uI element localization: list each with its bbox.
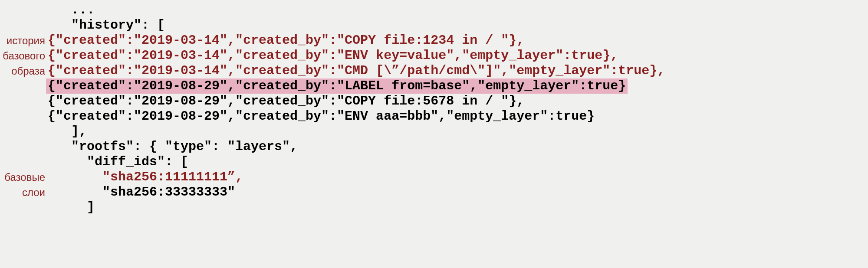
code-line: ]	[0, 200, 868, 215]
code-line-base-history: {"created":"2019-03-14","created_by":"CO…	[0, 33, 868, 48]
annotation-history-1: история	[2, 33, 45, 48]
code-line-highlight-wrap: {"created":"2019-08-29","created_by":"LA…	[0, 78, 868, 94]
code-line: "diff_ids": [	[0, 154, 868, 170]
code-line-base-history: {"created":"2019-03-14","created_by":"CM…	[0, 63, 868, 78]
annotation-history-3: образа	[2, 63, 45, 78]
code-line: {"created":"2019-08-29","created_by":"EN…	[0, 109, 868, 124]
code-line-base-history: {"created":"2019-03-14","created_by":"EN…	[0, 48, 868, 63]
annotation-history-2: базового	[2, 48, 45, 63]
code-line-base-layer: "sha256:11111111”,	[0, 170, 868, 185]
code-line: ],	[0, 124, 868, 139]
annotation-layers-1: базовые	[2, 170, 45, 185]
code-line: "rootfs": { "type": "layers",	[0, 139, 868, 154]
code-line-highlighted: {"created":"2019-08-29","created_by":"LA…	[46, 78, 628, 94]
code-line: "history": [	[0, 18, 868, 33]
code-line: {"created":"2019-08-29","created_by":"CO…	[0, 94, 868, 109]
code-line: "sha256:33333333"	[0, 185, 868, 200]
code-line: ...	[0, 3, 868, 18]
annotation-layers-2: слои	[2, 185, 45, 200]
code-block: история базового образа базовые слои ...…	[0, 0, 868, 215]
